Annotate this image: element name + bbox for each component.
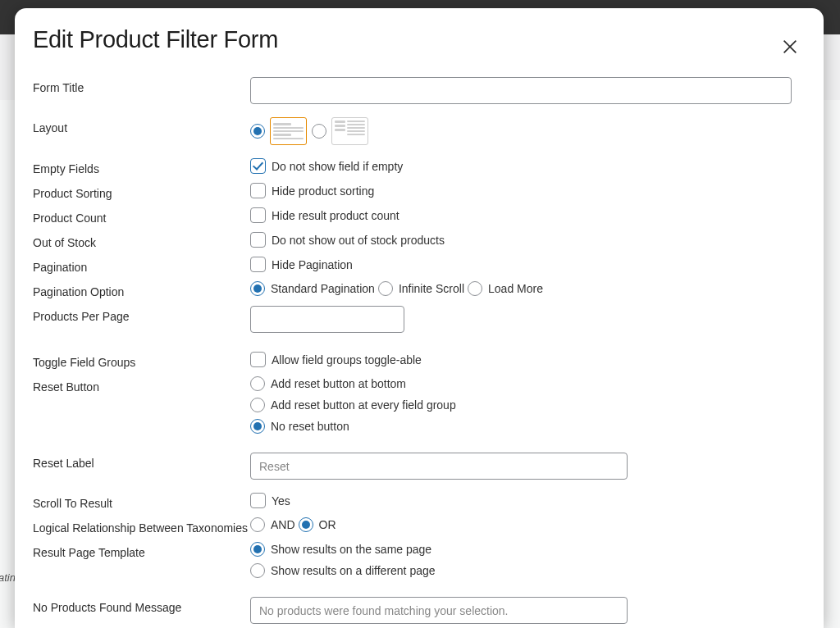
result-template-same-page[interactable]	[250, 542, 265, 557]
modal-header: Edit Product Filter Form	[33, 26, 802, 57]
result-template-same-page-label[interactable]: Show results on the same page	[271, 543, 431, 556]
layout-thumb-horizontal[interactable]	[331, 117, 368, 145]
label-pagination-option: Pagination Option	[33, 281, 250, 298]
out-of-stock-checkbox[interactable]	[250, 232, 266, 248]
label-logical-relationship: Logical Relationship Between Taxonomies	[33, 517, 250, 535]
row-reset-label: Reset Label	[33, 453, 802, 480]
logical-rel-and[interactable]	[250, 517, 265, 532]
row-empty-fields: Empty Fields Do not show field if empty	[33, 158, 802, 175]
reset-button-every-group[interactable]	[250, 398, 265, 412]
bg-text-fragment: atin	[0, 571, 16, 584]
product-sorting-checkbox-label[interactable]: Hide product sorting	[272, 184, 374, 198]
label-toggle-field-groups: Toggle Field Groups	[33, 352, 250, 369]
row-no-products-message: No Products Found Message	[33, 597, 802, 624]
row-logical-relationship: Logical Relationship Between Taxonomies …	[33, 517, 802, 535]
row-product-sorting: Product Sorting Hide product sorting	[33, 183, 802, 200]
row-pagination: Pagination Hide Pagination	[33, 257, 802, 274]
form-title-input[interactable]	[250, 77, 792, 104]
pagination-option-loadmore[interactable]	[468, 281, 482, 296]
label-products-per-page: Products Per Page	[33, 306, 250, 323]
pagination-option-standard[interactable]	[250, 281, 265, 296]
toggle-field-groups-checkbox[interactable]	[250, 352, 266, 367]
product-count-checkbox[interactable]	[250, 207, 266, 223]
label-product-sorting: Product Sorting	[33, 183, 250, 200]
scroll-to-result-checkbox[interactable]	[250, 493, 266, 508]
layout-radio-vertical[interactable]	[250, 124, 265, 139]
pagination-option-infinite[interactable]	[378, 281, 393, 296]
row-pagination-option: Pagination Option Standard Pagination In…	[33, 281, 802, 298]
products-per-page-input[interactable]	[250, 306, 404, 333]
label-product-count: Product Count	[33, 207, 250, 225]
pagination-option-standard-label[interactable]: Standard Pagination	[271, 282, 375, 295]
reset-button-bottom-label[interactable]: Add reset button at bottom	[271, 377, 406, 390]
label-layout: Layout	[33, 117, 250, 134]
label-reset-button: Reset Button	[33, 376, 250, 394]
label-result-page-template: Result Page Template	[33, 542, 250, 559]
reset-button-bottom[interactable]	[250, 376, 265, 391]
row-result-page-template: Result Page Template Show results on the…	[33, 542, 802, 578]
empty-fields-checkbox[interactable]	[250, 158, 266, 174]
label-form-title: Form Title	[33, 77, 250, 94]
reset-button-every-group-label[interactable]: Add reset button at every field group	[271, 398, 456, 412]
reset-label-input[interactable]	[250, 453, 628, 480]
no-products-message-input[interactable]	[250, 597, 628, 624]
product-sorting-checkbox[interactable]	[250, 183, 266, 198]
result-template-different-page[interactable]	[250, 563, 265, 578]
layout-thumb-vertical[interactable]	[270, 117, 307, 145]
pagination-checkbox[interactable]	[250, 257, 266, 272]
toggle-field-groups-checkbox-label[interactable]: Allow field groups toggle-able	[272, 353, 422, 366]
close-icon	[781, 38, 799, 56]
result-template-different-page-label[interactable]: Show results on a different page	[271, 564, 436, 577]
edit-filter-modal: Edit Product Filter Form Form Title Layo…	[15, 8, 824, 628]
label-reset-label: Reset Label	[33, 453, 250, 470]
row-toggle-field-groups: Toggle Field Groups Allow field groups t…	[33, 352, 802, 369]
pagination-checkbox-label[interactable]: Hide Pagination	[272, 258, 353, 271]
label-pagination: Pagination	[33, 257, 250, 274]
row-products-per-page: Products Per Page	[33, 306, 802, 333]
row-layout: Layout	[33, 117, 802, 145]
reset-button-none[interactable]	[250, 419, 265, 434]
label-empty-fields: Empty Fields	[33, 158, 250, 175]
row-form-title: Form Title	[33, 77, 802, 104]
close-button[interactable]	[781, 38, 801, 57]
reset-button-none-label[interactable]: No reset button	[271, 420, 349, 433]
row-reset-button: Reset Button Add reset button at bottom …	[33, 376, 802, 434]
layout-radio-horizontal[interactable]	[312, 124, 326, 139]
pagination-option-loadmore-label[interactable]: Load More	[488, 282, 543, 295]
logical-rel-or[interactable]	[299, 517, 313, 532]
logical-rel-or-label[interactable]: OR	[319, 518, 336, 531]
pagination-option-infinite-label[interactable]: Infinite Scroll	[399, 282, 464, 295]
out-of-stock-checkbox-label[interactable]: Do not show out of stock products	[272, 234, 445, 247]
logical-rel-and-label[interactable]: AND	[271, 518, 295, 531]
row-out-of-stock: Out of Stock Do not show out of stock pr…	[33, 232, 802, 249]
product-count-checkbox-label[interactable]: Hide result product count	[272, 209, 399, 222]
row-scroll-to-result: Scroll To Result Yes	[33, 493, 802, 510]
label-scroll-to-result: Scroll To Result	[33, 493, 250, 510]
scroll-to-result-checkbox-label[interactable]: Yes	[272, 494, 290, 507]
empty-fields-checkbox-label[interactable]: Do not show field if empty	[272, 160, 403, 173]
label-no-products-message: No Products Found Message	[33, 597, 250, 614]
row-product-count: Product Count Hide result product count	[33, 207, 802, 225]
label-out-of-stock: Out of Stock	[33, 232, 250, 249]
modal-title: Edit Product Filter Form	[33, 26, 278, 53]
